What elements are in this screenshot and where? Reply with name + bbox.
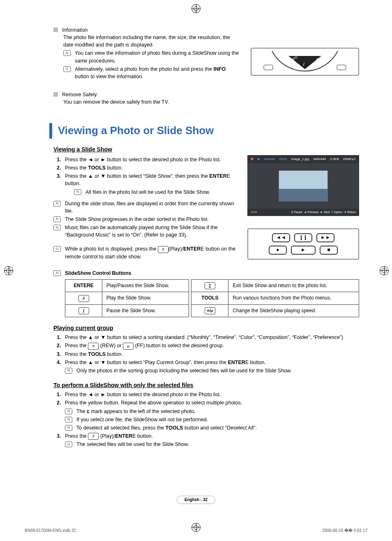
- tv-photo: [279, 170, 328, 202]
- svg-text:EXIT: EXIT: [316, 58, 324, 65]
- remove-heading: Remove Safely: [62, 92, 97, 98]
- svg-rect-3: [264, 65, 273, 70]
- viewing-step2: Press the TOOLS button.: [62, 164, 238, 172]
- option-icon: O: [63, 66, 71, 72]
- note-icon: N: [53, 270, 61, 276]
- footer: BN68-01700M-ENG.indb 32 2008-08-19 �� 5:…: [25, 528, 367, 534]
- pause-key: ❙❙: [294, 233, 312, 242]
- note-icon: N: [74, 189, 81, 195]
- control-table: ENTERE Play/Pauses the Slide Show. ∑ Exi…: [65, 279, 359, 317]
- viewing-heading: Viewing a Slide Show: [53, 145, 359, 153]
- note-icon: N: [53, 225, 61, 230]
- remote-diagram-info: INFO EXIT i: [251, 48, 359, 76]
- info-note2: Alternatively, select a photo from the p…: [75, 65, 241, 80]
- note-icon: N: [63, 50, 71, 56]
- viewing-step3: Press the ▲ or ▼ button to select “Slide…: [62, 172, 238, 195]
- stop-key: ■: [320, 246, 338, 255]
- svg-text:i: i: [303, 61, 304, 67]
- play-icon: ∂: [88, 433, 99, 440]
- option-icon: O: [65, 441, 72, 447]
- viewing-bullet1: During the slide show, files are display…: [65, 200, 238, 215]
- note-icon: N: [53, 201, 61, 207]
- remote-diagram-play: ◄◄ ❙❙ ►► ● ► ■: [247, 228, 359, 260]
- tv-icon: ⬣: [251, 157, 254, 162]
- footer-left: BN68-01700M-ENG.indb 32: [25, 528, 76, 534]
- pg-step1: Press the ▲ or ▼ button to select a sort…: [62, 334, 359, 341]
- option-icon: O: [53, 246, 61, 252]
- section-title: Viewing a Photo or Slide Show: [49, 123, 359, 139]
- viewing-bullet2: The Slide Show progresses in the order s…: [65, 216, 209, 223]
- note-icon: N: [65, 409, 72, 414]
- rew-key: ◄◄: [272, 233, 290, 242]
- bullet-icon: [53, 92, 58, 97]
- ff-icon: µ: [123, 343, 134, 350]
- rew-ff-icon: π/µ: [205, 307, 215, 314]
- stop-icon: ∑: [205, 282, 215, 289]
- page-content: Information The photo file information i…: [53, 25, 359, 448]
- check-icon: c: [87, 409, 90, 414]
- viewing-bullet4: While a photo list is displayed, press t…: [65, 245, 238, 260]
- sel-step2: Press the yellow button. Repeat the abov…: [62, 399, 359, 432]
- remove-desc: You can remove the device safely from th…: [63, 99, 169, 105]
- svg-rect-4: [337, 65, 346, 70]
- play-key: ►: [291, 246, 316, 255]
- info-heading: Information: [62, 27, 88, 33]
- playgroup-heading: Playing current group: [53, 324, 359, 332]
- page-number: English - 32: [177, 496, 215, 504]
- selected-heading: To perform a SlideShow with only the sel…: [53, 381, 359, 389]
- note-icon: N: [65, 425, 72, 431]
- note-icon: N: [65, 368, 72, 374]
- sel-step3: Press the ∂ (Play)/ENTERE button. OThe s…: [62, 432, 359, 448]
- footer-right: 2008-08-19 �� 5:01:17: [322, 528, 367, 534]
- rew-icon: π: [88, 343, 99, 350]
- viewing-bullet3: Music files can be automatically played …: [65, 224, 238, 239]
- viewing-step1: Press the ◄ or ► button to select the de…: [62, 156, 238, 163]
- play-icon: ∂: [78, 295, 89, 302]
- pg-step2: Press the π (REW) or µ (FF) button to se…: [62, 342, 359, 349]
- note-icon: N: [53, 216, 61, 222]
- info-note1: You can view the information of photo fi…: [75, 49, 241, 64]
- pg-step3: Press the TOOLS button.: [62, 351, 359, 358]
- ff-key: ►►: [316, 233, 334, 242]
- info-desc: The photo file information including the…: [63, 34, 241, 49]
- bullet-icon: [53, 28, 58, 32]
- sel-step1: Press the ◄ or ► button to select the de…: [62, 391, 359, 398]
- rec-key: ●: [269, 246, 287, 255]
- pg-step4: Press the ▲ or ▼ button to select “Play …: [62, 359, 359, 374]
- play-icon: ∂: [158, 246, 168, 253]
- tv-preview: ⬣ ▶ Normal 20/22 image_1.jpg 440x440 2.0…: [247, 155, 359, 216]
- note-icon: N: [65, 417, 72, 423]
- pause-icon: ∫: [78, 307, 89, 314]
- ctrl-title: SlideShow Control Buttons: [65, 269, 131, 277]
